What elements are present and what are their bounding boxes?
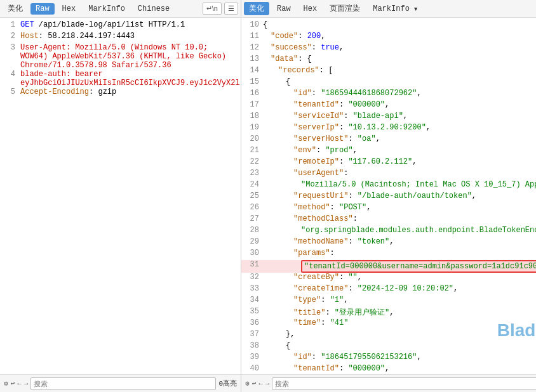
left-tab-raw[interactable]: Raw bbox=[30, 3, 55, 15]
right-line-33: 33 "createTime": "2024-12-09 10:20:02", bbox=[241, 284, 536, 296]
right-line-37: 37 }, bbox=[241, 330, 536, 341]
left-icon-btn-menu[interactable]: ☰ bbox=[224, 3, 238, 15]
right-settings-icon[interactable]: ⚙ bbox=[245, 379, 250, 388]
right-line-24: 24 "Mozilla/5.0 (Macintosh; Intel Mac OS… bbox=[241, 180, 536, 192]
left-panel: 美化 Raw Hex MarkInfo Chinese ↵\n ☰ 1 GET … bbox=[0, 0, 241, 392]
right-line-36: 36 "time": "41" bbox=[241, 318, 536, 330]
right-line-38: 38 { bbox=[241, 341, 536, 353]
right-line-10: 10 { bbox=[241, 20, 536, 32]
right-content: 10 { 11 "code": 200, 12 "success": true,… bbox=[241, 18, 536, 374]
markinfo-dropdown-arrow[interactable]: ▼ bbox=[414, 6, 417, 13]
right-line-30: 30 "params": bbox=[241, 249, 536, 260]
right-line-29: 29 "methodName": "token", bbox=[241, 237, 536, 249]
right-forward-icon[interactable]: → bbox=[265, 380, 270, 388]
right-tab-pagerender[interactable]: 页面渲染 bbox=[325, 2, 365, 15]
left-line-1: 1 GET /api/blade-log/api/list HTTP/1.1 bbox=[0, 20, 241, 32]
left-icon-btn-wrap[interactable]: ↵\n bbox=[203, 3, 222, 15]
left-line-2: 2 Host: 58.218.244.197:4443 bbox=[0, 32, 241, 43]
right-line-25: 25 "requestUri": "/blade-auth/oauth/toke… bbox=[241, 192, 536, 203]
left-line-3: 3 User-Agent: Mozilla/5.0 (Windows NT 10… bbox=[0, 43, 241, 70]
right-line-26: 26 "method": "POST", bbox=[241, 203, 536, 214]
right-tab-markinfo[interactable]: MarkInfo ▼ bbox=[368, 3, 422, 15]
right-tab-raw[interactable]: Raw bbox=[272, 3, 296, 15]
left-settings-icon[interactable]: ⚙ bbox=[4, 379, 8, 388]
right-line-13: 13 "data": { bbox=[241, 55, 536, 66]
right-tab-beautify[interactable]: 美化 bbox=[244, 2, 269, 15]
right-search-input[interactable] bbox=[272, 377, 536, 390]
right-line-20: 20 "serverHost": "oa", bbox=[241, 134, 536, 146]
right-back-icon[interactable]: ← bbox=[258, 380, 263, 388]
right-line-34: 34 "type": "1", bbox=[241, 296, 536, 307]
left-forward-icon[interactable]: → bbox=[24, 380, 29, 388]
right-line-35: 35 "title": "登录用户验证", bbox=[241, 307, 536, 318]
right-panel: 美化 Raw Hex 页面渲染 MarkInfo ▼ ↵\n ☰ 10 { 11… bbox=[241, 0, 536, 392]
right-line-31-sensitive: 31 "tenantId=000000&username=admin&passw… bbox=[241, 260, 536, 273]
right-wrap-icon[interactable]: ↩ bbox=[252, 379, 257, 388]
right-line-15: 15 { bbox=[241, 77, 536, 89]
right-line-40: 40 "tenantId": "000000", bbox=[241, 364, 536, 374]
left-tab-beautify[interactable]: 美化 bbox=[3, 2, 28, 15]
right-line-23: 23 "userAgent": bbox=[241, 169, 536, 180]
left-wrap-icon[interactable]: ↩ bbox=[11, 379, 15, 388]
left-search-input[interactable] bbox=[30, 377, 216, 390]
right-bottom-bar: ⚙ ↩ ← → 0高亮 bbox=[241, 374, 536, 392]
right-line-14: 14 "records": [ bbox=[241, 66, 536, 77]
right-line-11: 11 "code": 200, bbox=[241, 32, 536, 43]
right-line-17: 17 "tenantId": "000000", bbox=[241, 100, 536, 112]
right-line-22: 22 "remoteIp": "117.60.2.112", bbox=[241, 157, 536, 169]
left-tab-chinese[interactable]: Chinese bbox=[133, 3, 175, 15]
right-toolbar: 美化 Raw Hex 页面渲染 MarkInfo ▼ ↵\n ☰ bbox=[241, 0, 536, 18]
left-bottom-bar: ⚙ ↩ ← → 0高亮 bbox=[0, 374, 241, 392]
right-line-32: 32 "createBy": "", bbox=[241, 273, 536, 284]
left-tab-hex[interactable]: Hex bbox=[57, 3, 81, 15]
right-line-28: 28 "org.springblade.modules.auth.endpoin… bbox=[241, 226, 536, 237]
right-tab-hex[interactable]: Hex bbox=[298, 3, 323, 15]
left-tab-markinfo[interactable]: MarkInfo bbox=[83, 3, 130, 15]
right-line-19: 19 "serverIp": "10.13.2.90:9200", bbox=[241, 123, 536, 134]
right-line-16: 16 "id": "1865944461868072962", bbox=[241, 89, 536, 100]
left-highlight-count: 0高亮 bbox=[218, 379, 237, 388]
left-toolbar: 美化 Raw Hex MarkInfo Chinese ↵\n ☰ bbox=[0, 0, 241, 18]
left-line-5: 5 Accept-Encoding: gzip bbox=[0, 88, 241, 99]
left-line-4: 4 blade-auth: bearer eyJhbGciOiJIUzUxMiI… bbox=[0, 70, 241, 88]
left-content: 1 GET /api/blade-log/api/list HTTP/1.1 2… bbox=[0, 18, 241, 374]
left-back-icon[interactable]: ← bbox=[17, 380, 22, 388]
right-line-12: 12 "success": true, bbox=[241, 43, 536, 55]
right-line-39: 39 "id": "1864517955062153216", bbox=[241, 353, 536, 364]
right-line-21: 21 "env": "prod", bbox=[241, 146, 536, 157]
right-line-18: 18 "serviceId": "blade-api", bbox=[241, 112, 536, 123]
right-line-27: 27 "methodClass": bbox=[241, 214, 536, 226]
